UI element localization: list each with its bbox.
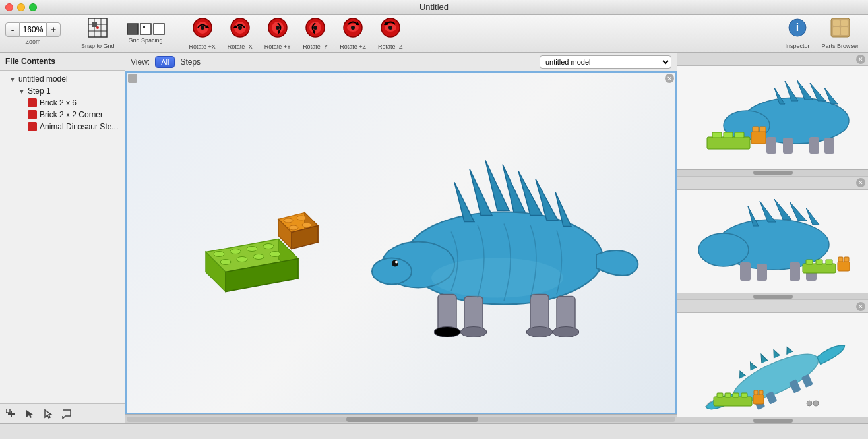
svg-marker-96 <box>797 80 813 100</box>
rotate-ny-button[interactable]: Rotate -Y <box>299 14 332 53</box>
brick-icon <box>28 98 37 107</box>
panel-section-3: ✕ <box>677 300 868 423</box>
rotate-py-icon <box>266 16 289 42</box>
svg-rect-7 <box>127 24 138 34</box>
svg-rect-121 <box>838 262 850 271</box>
panel-header-2: ✕ <box>677 177 868 190</box>
svg-point-52 <box>230 249 241 254</box>
svg-rect-104 <box>753 127 759 132</box>
tree-item-step1-label: Step 1 <box>28 86 51 96</box>
scrollbar-thumb[interactable] <box>346 417 478 422</box>
toolbar: - 160% + Zoom Snap to Grid <box>0 15 868 53</box>
panel-section-1: ✕ <box>677 53 868 177</box>
comment-tool-button[interactable] <box>59 407 74 421</box>
zoom-minus-button[interactable]: - <box>5 22 20 37</box>
svg-rect-135 <box>753 395 764 404</box>
parts-browser-button[interactable]: Parts Browser <box>817 15 863 52</box>
tree-item-dino-label: Animal Dinosaur Ste... <box>40 122 118 131</box>
model-select[interactable]: untitled model <box>540 55 671 69</box>
zoom-plus-button[interactable]: + <box>46 22 61 37</box>
rotate-pz-icon <box>342 16 364 42</box>
minimize-window-button[interactable] <box>17 3 25 11</box>
svg-marker-113 <box>760 201 776 222</box>
rotate-nz-button[interactable]: Rotate -Z <box>374 14 407 53</box>
svg-rect-10 <box>154 24 164 34</box>
svg-rect-132 <box>725 393 731 397</box>
svg-rect-72 <box>530 295 549 331</box>
rotate-px-button[interactable]: Rotate +X <box>185 14 220 53</box>
panel-close-button-3[interactable]: ✕ <box>856 302 865 311</box>
rotate-ny-label: Rotate -Y <box>303 44 328 50</box>
tree-item-model[interactable]: ▼ untitled model <box>0 73 125 85</box>
panel-close-button-2[interactable]: ✕ <box>856 178 865 187</box>
close-window-button[interactable] <box>5 3 13 11</box>
svg-point-57 <box>253 254 264 259</box>
panel-scrollbar-1[interactable] <box>677 169 868 176</box>
panel-thumbnail-1 <box>677 66 868 169</box>
titlebar: Untitled <box>0 0 868 15</box>
svg-rect-40 <box>833 27 840 35</box>
tree-item-brick-2x2corner[interactable]: Brick 2 x 2 Corner <box>0 109 125 121</box>
svg-rect-43 <box>11 411 12 417</box>
svg-rect-122 <box>838 257 843 262</box>
window-title: Untitled <box>419 2 449 12</box>
tree-item-brick-2x6[interactable]: Brick 2 x 6 <box>0 97 125 109</box>
svg-point-75 <box>460 327 487 337</box>
panel-scrollbar-3[interactable] <box>677 417 868 423</box>
panel-scroll-thumb-3[interactable] <box>753 419 793 423</box>
svg-point-85 <box>392 260 398 267</box>
arrow-tool-button[interactable] <box>41 407 55 421</box>
svg-rect-71 <box>464 297 483 331</box>
panel-close-button-1[interactable]: ✕ <box>856 55 865 64</box>
svg-point-66 <box>302 223 311 227</box>
brick-icon <box>28 110 37 119</box>
panel-scroll-thumb-2[interactable] <box>753 295 793 299</box>
svg-marker-78 <box>454 183 474 222</box>
svg-marker-116 <box>806 208 819 225</box>
panel-2-thumbnail <box>687 198 859 284</box>
svg-rect-117 <box>803 264 836 273</box>
rotate-px-icon <box>191 16 214 42</box>
svg-point-63 <box>284 218 293 223</box>
tree-item-model-label: untitled model <box>18 74 68 84</box>
rotate-pz-button[interactable]: Rotate +Z <box>336 14 370 53</box>
svg-rect-108 <box>740 262 751 281</box>
svg-point-107 <box>698 233 749 266</box>
rotate-nx-button[interactable]: Rotate -X <box>224 14 257 53</box>
svg-point-26 <box>313 26 317 30</box>
svg-rect-131 <box>717 393 723 397</box>
svg-rect-9 <box>143 26 145 28</box>
svg-rect-133 <box>733 393 739 397</box>
rotate-ny-icon <box>304 16 326 42</box>
svg-point-87 <box>431 258 563 298</box>
view-all-button[interactable]: All <box>155 56 175 68</box>
tree-item-dino[interactable]: Animal Dinosaur Ste... <box>0 121 125 132</box>
svg-point-65 <box>289 225 298 230</box>
expand-icon: ▼ <box>9 76 16 83</box>
svg-point-56 <box>237 256 247 262</box>
panel-scrollbar-2[interactable] <box>677 293 868 299</box>
svg-point-55 <box>220 259 231 264</box>
viewport-canvas[interactable]: ✕ <box>125 71 677 414</box>
rotate-py-button[interactable]: Rotate +Y <box>261 14 295 53</box>
separator-2 <box>177 20 177 47</box>
viewport-scrollbar-h[interactable] <box>125 414 677 423</box>
select-tool-button[interactable] <box>22 407 37 421</box>
svg-marker-114 <box>774 199 791 220</box>
maximize-window-button[interactable] <box>29 3 37 11</box>
add-tool-button[interactable] <box>4 407 18 421</box>
inspector-button[interactable]: i Inspector <box>781 15 813 52</box>
svg-rect-38 <box>833 20 840 26</box>
svg-point-139 <box>813 401 819 406</box>
tree-item-step1[interactable]: ▼ Step 1 <box>0 85 125 97</box>
svg-rect-93 <box>824 138 834 154</box>
svg-rect-105 <box>760 127 766 132</box>
svg-rect-109 <box>757 264 767 281</box>
panel-scroll-thumb-1[interactable] <box>753 171 793 175</box>
snap-to-grid-button[interactable]: Snap to Grid <box>77 15 119 52</box>
rotate-py-label: Rotate +Y <box>264 44 291 50</box>
scrollbar-track <box>127 417 675 422</box>
svg-rect-5 <box>92 22 97 27</box>
svg-point-69 <box>372 258 412 285</box>
rotate-nz-label: Rotate -Z <box>378 44 403 50</box>
